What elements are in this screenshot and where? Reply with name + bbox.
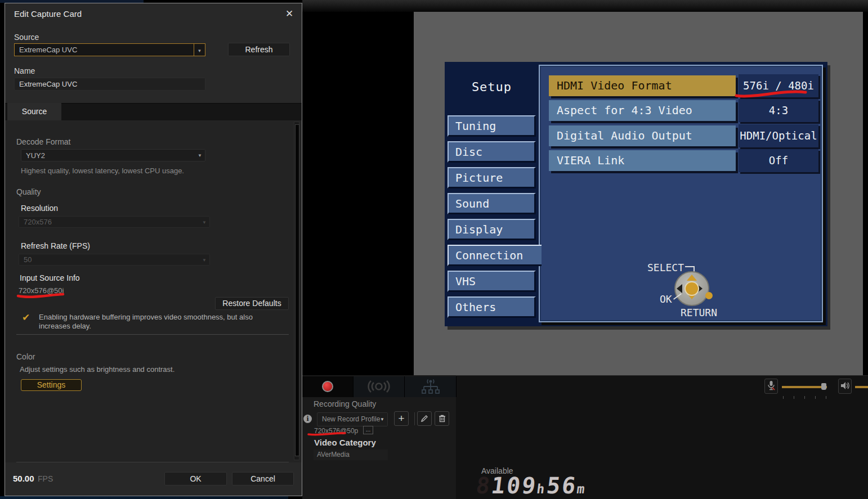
edit-profile-button[interactable]: [417, 411, 432, 426]
annotation-underline-input-source: [16, 291, 66, 300]
dialog-scrollbar-thumb[interactable]: [295, 124, 299, 456]
microphone-mute-button[interactable]: [764, 379, 778, 394]
tv-sidebar-item-picture: Picture: [448, 167, 536, 188]
fps-value: 50.00: [13, 474, 34, 483]
tv-row-value-viera-link: Off: [739, 149, 818, 172]
tv-dpad-center-icon: [684, 281, 699, 296]
resolution-dropdown[interactable]: 720x576 ▼: [19, 216, 210, 228]
tv-row-label-aspect: Aspect for 4:3 Video: [549, 100, 736, 121]
mic-slider-ticks: [783, 391, 826, 401]
annotation-underline-hdmi-format: [733, 86, 809, 101]
name-label: Name: [14, 66, 35, 75]
speaker-volume-slider[interactable]: [855, 386, 868, 388]
color-hint: Adjust settings such as brightness and c…: [20, 365, 175, 374]
refresh-rate-dropdown[interactable]: 50 ▼: [19, 254, 210, 266]
tab-source[interactable]: Source: [7, 103, 61, 120]
microphone-icon: [767, 380, 776, 392]
speaker-icon: [840, 381, 850, 391]
format-more-button[interactable]: ...: [363, 426, 373, 434]
tv-sidebar-item-display: Display: [448, 219, 536, 240]
info-icon[interactable]: i: [303, 415, 312, 423]
toolbar-divider: [414, 412, 415, 425]
available-minutes: 56: [545, 473, 579, 498]
recording-quality-label: Recording Quality: [314, 399, 376, 408]
tv-row-value-aspect: 4:3: [739, 99, 818, 122]
name-input[interactable]: ExtremeCap UVC: [14, 78, 205, 91]
tv-return-label: RETURN: [681, 307, 717, 318]
section-divider: [16, 334, 289, 335]
source-dropdown[interactable]: ExtremeCap UVC ▼: [14, 43, 205, 56]
tv-menu-title: Setup: [445, 80, 539, 94]
input-source-info-label: Input Source Info: [20, 273, 80, 282]
close-icon[interactable]: ✕: [285, 8, 293, 20]
available-minutes-unit: m: [576, 482, 587, 496]
cancel-button[interactable]: Cancel: [232, 472, 294, 485]
dialog-title: Edit Capture Card: [14, 9, 82, 19]
trash-icon: [439, 415, 446, 422]
ok-button[interactable]: OK: [164, 472, 227, 485]
tab-record[interactable]: [302, 376, 354, 397]
tv-row-label-viera-link: VIERA Link: [549, 150, 736, 171]
color-section-label: Color: [16, 352, 35, 361]
record-profile-dropdown[interactable]: New Record Profile ▼: [317, 412, 388, 426]
refresh-button[interactable]: Refresh: [228, 43, 290, 56]
tv-dpad-up-icon: [687, 275, 697, 281]
refresh-rate-label: Refresh Rate (FPS): [21, 241, 90, 250]
tv-settings-panel: HDMI Video Format 576i / 480i Aspect for…: [539, 65, 823, 322]
source-label: Source: [14, 33, 39, 42]
tv-row-label-digital-audio: Digital Audio Output: [549, 125, 736, 146]
tv-setup-menu: Setup Tuning Disc Picture Sound Display …: [445, 62, 827, 326]
decode-format-dropdown[interactable]: YUY2 ▼: [21, 149, 205, 161]
buffering-note-line1: Enabling hardware buffering improves vid…: [39, 313, 253, 321]
dialog-scrollbar[interactable]: [294, 122, 299, 460]
available-time-display: 8109h56m: [475, 473, 588, 498]
video-category-input[interactable]: AVerMedia: [314, 449, 388, 460]
footer-divider: [16, 462, 289, 462]
tv-sidebar-item-tuning: Tuning: [448, 115, 536, 137]
tv-row-label-hdmi-video-format: HDMI Video Format: [549, 75, 736, 96]
tv-sidebar-item-others: Others: [448, 296, 536, 318]
record-icon: [322, 381, 333, 392]
chevron-down-icon: ▼: [198, 150, 202, 161]
tv-select-label: SELECT: [647, 262, 684, 273]
buffering-note-line2: increases delay.: [39, 322, 91, 330]
chevron-down-icon: ▼: [380, 413, 384, 426]
annotation-underline-profile-format: [307, 431, 348, 437]
app-top-toolbar: [302, 0, 868, 12]
broadcast-icon: [366, 380, 391, 393]
quality-section-label: Quality: [16, 187, 41, 196]
tv-sidebar-item-vhs: VHS: [448, 271, 536, 292]
available-hours: 109: [490, 473, 539, 498]
window-edge-bottom: [0, 496, 288, 499]
restore-defaults-button[interactable]: Restore Defaults: [215, 297, 289, 310]
speaker-button[interactable]: [838, 379, 852, 394]
chevron-down-icon[interactable]: ▼: [194, 44, 205, 56]
mic-volume-slider-handle[interactable]: [821, 383, 826, 390]
network-broadcast-icon: [419, 379, 442, 395]
color-settings-button[interactable]: Settings: [21, 379, 82, 391]
tv-dpad-left-icon: [677, 284, 682, 293]
video-category-label: Video Category: [314, 438, 376, 447]
tv-return-button-icon: [705, 292, 713, 299]
tv-sidebar-item-disc: Disc: [448, 141, 536, 163]
tv-ok-label: OK: [660, 293, 672, 305]
tv-sidebar-item-connection: Connection: [448, 245, 542, 266]
fps-unit-label: FPS: [38, 474, 53, 483]
pencil-icon: [420, 415, 428, 422]
chevron-down-icon: ▼: [202, 254, 207, 266]
tab-stream[interactable]: [354, 376, 405, 397]
resolution-label: Resolution: [21, 204, 58, 213]
hardware-buffering-checkbox[interactable]: ✔: [22, 312, 30, 323]
decode-format-hint: Highest quality, lowest latency, lowest …: [21, 167, 184, 175]
mic-volume-slider[interactable]: [782, 386, 827, 388]
add-profile-button[interactable]: +: [394, 411, 409, 426]
tv-sidebar-item-sound: Sound: [448, 193, 536, 214]
tab-multistream[interactable]: [405, 376, 457, 397]
delete-profile-button[interactable]: [435, 411, 449, 426]
chevron-down-icon: ▼: [202, 217, 207, 228]
tv-row-value-digital-audio: HDMI/Optical: [739, 124, 818, 147]
edit-capture-card-dialog: Edit Capture Card ✕ Source ExtremeCap UV…: [5, 3, 302, 496]
decode-format-label: Decode Format: [16, 137, 70, 146]
